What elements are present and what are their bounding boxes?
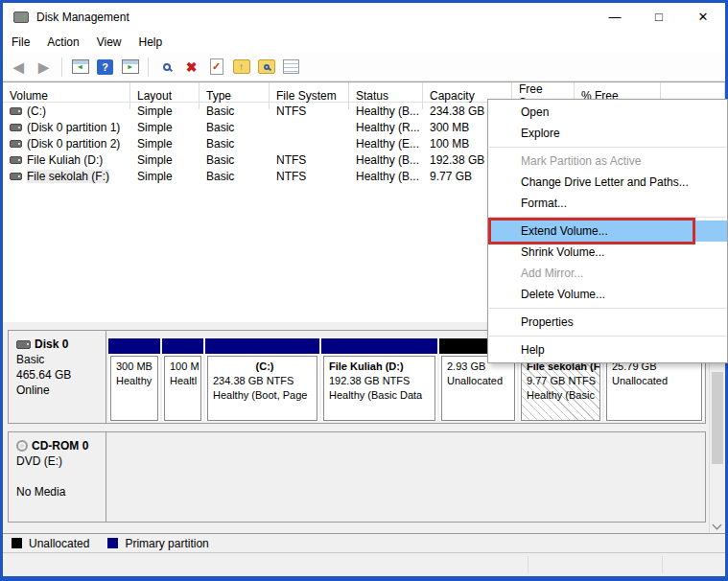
toolbar-separator: [148, 58, 149, 77]
show-action-pane-icon[interactable]: ▸: [120, 58, 140, 77]
cell-status: Healthy (B...: [349, 170, 423, 183]
primary-partition-swatch: [107, 538, 118, 548]
partition-c[interactable]: (C:)234.38 GB NTFSHealthy (Boot, Page: [205, 338, 319, 421]
menu-item-help[interactable]: Help: [488, 339, 727, 360]
menu-action[interactable]: Action: [38, 33, 87, 52]
menu-separator: [489, 217, 726, 218]
cell-type: Basic: [200, 153, 270, 167]
disk0-status: Online: [16, 383, 106, 398]
cell-layout: Simple: [130, 153, 200, 167]
cell-layout: Simple: [130, 105, 200, 118]
cdrom-label[interactable]: CD-ROM 0 DVD (E:) No Media: [9, 432, 106, 522]
delete-icon[interactable]: ✖: [181, 58, 201, 77]
menu-file[interactable]: File: [3, 33, 38, 52]
menu-item-extend-volume[interactable]: Extend Volume...: [488, 221, 727, 242]
disk0-label[interactable]: Disk 0 Basic 465.64 GB Online: [9, 331, 106, 423]
checklist-icon[interactable]: [281, 58, 301, 77]
menu-item-delete-volume[interactable]: Delete Volume...: [488, 284, 727, 305]
menu-separator: [489, 308, 726, 309]
toolbar: ◀ ▶ ◂ ? ▸ ✖ ✓ ↑: [3, 53, 725, 81]
legend-primary: Primary partition: [125, 537, 208, 550]
window-title: Disk Management: [36, 11, 129, 24]
console-tree-icon[interactable]: ◂: [70, 58, 90, 77]
volume-icon: [10, 124, 22, 131]
volume-icon: [10, 173, 22, 180]
help-icon[interactable]: ?: [95, 58, 115, 77]
menu-item-add-mirror: Add Mirror...: [488, 263, 727, 284]
disk-icon: [16, 340, 31, 349]
partition-efi[interactable]: 100 MHealtl: [162, 338, 203, 421]
forward-icon[interactable]: ▶: [34, 58, 54, 77]
window-controls: — □ ✕: [593, 3, 725, 31]
menu-item-format[interactable]: Format...: [488, 193, 727, 214]
menubar: File Action View Help: [3, 31, 725, 53]
minimize-button[interactable]: —: [593, 3, 637, 31]
menu-help[interactable]: Help: [130, 33, 172, 52]
partition-d[interactable]: File Kuliah (D:)192.38 GB NTFSHealthy (B…: [321, 338, 437, 421]
app-icon: [13, 12, 29, 23]
volume-icon: [10, 156, 22, 164]
folder-search-icon[interactable]: [256, 58, 276, 77]
cell-layout: Simple: [130, 137, 200, 151]
volume-name: (Disk 0 partition 2): [27, 137, 120, 151]
menu-item-explore[interactable]: Explore: [488, 123, 727, 144]
status-bar: [3, 553, 725, 576]
cdrom-drive-letter: DVD (E:): [16, 453, 106, 469]
menu-item-change-drive-letter[interactable]: Change Drive Letter and Paths...: [488, 172, 727, 193]
disk-management-window: Disk Management — □ ✕ File Action View H…: [0, 0, 728, 581]
volume-icon: [10, 107, 22, 115]
cdrom-name: CD-ROM 0: [32, 438, 88, 453]
menu-item-shrink-volume[interactable]: Shrink Volume...: [488, 242, 727, 263]
toolbar-separator: [61, 58, 62, 77]
cell-layout: Simple: [130, 121, 200, 134]
context-menu: Open Explore Mark Partition as Active Ch…: [487, 99, 728, 363]
back-icon[interactable]: ◀: [9, 58, 29, 77]
partition-recovery[interactable]: 300 MBHealthy: [108, 338, 160, 421]
cell-fs: NTFS: [270, 105, 349, 118]
chevron-down-icon[interactable]: [713, 521, 722, 530]
volume-name: (C:): [27, 105, 46, 118]
titlebar: Disk Management — □ ✕: [3, 3, 725, 31]
menu-view[interactable]: View: [88, 33, 130, 52]
unallocated-swatch: [12, 538, 22, 548]
menu-item-mark-partition-active: Mark Partition as Active: [488, 151, 727, 172]
cdrom-media-status: No Media: [16, 484, 106, 500]
menu-item-properties[interactable]: Properties: [488, 312, 727, 333]
check-document-icon[interactable]: ✓: [206, 58, 226, 77]
cell-type: Basic: [200, 121, 270, 134]
folder-up-icon[interactable]: ↑: [231, 58, 251, 77]
volume-icon: [10, 140, 22, 148]
cell-status: Healthy (R...: [349, 121, 423, 134]
legend-unallocated: Unallocated: [29, 537, 89, 550]
menu-separator: [489, 147, 726, 148]
volume-name: File sekolah (F:): [27, 170, 109, 183]
device-tool-icon[interactable]: [156, 58, 176, 77]
menu-separator: [489, 336, 726, 337]
maximize-button[interactable]: □: [637, 3, 681, 31]
cell-type: Basic: [200, 137, 270, 151]
legend-bar: Unallocated Primary partition: [3, 533, 725, 553]
cell-type: Basic: [200, 105, 270, 118]
cell-fs: NTFS: [270, 153, 349, 167]
disk0-type: Basic: [16, 352, 106, 367]
disk0-name: Disk 0: [35, 337, 68, 352]
close-button[interactable]: ✕: [681, 3, 725, 31]
disk0-size: 465.64 GB: [16, 367, 106, 383]
scrollbar-thumb[interactable]: [712, 372, 723, 464]
cell-type: Basic: [200, 170, 270, 183]
cell-layout: Simple: [130, 170, 200, 183]
cdrom-row: CD-ROM 0 DVD (E:) No Media: [8, 431, 706, 523]
menu-item-open[interactable]: Open: [488, 102, 727, 123]
cell-status: Healthy (E...: [349, 137, 423, 151]
cell-status: Healthy (B...: [349, 153, 423, 167]
cd-icon: [16, 440, 28, 452]
volume-name: (Disk 0 partition 1): [27, 121, 120, 134]
cell-status: Healthy (B...: [349, 105, 423, 118]
volume-name: File Kuliah (D:): [27, 153, 103, 167]
cell-fs: NTFS: [270, 170, 349, 183]
